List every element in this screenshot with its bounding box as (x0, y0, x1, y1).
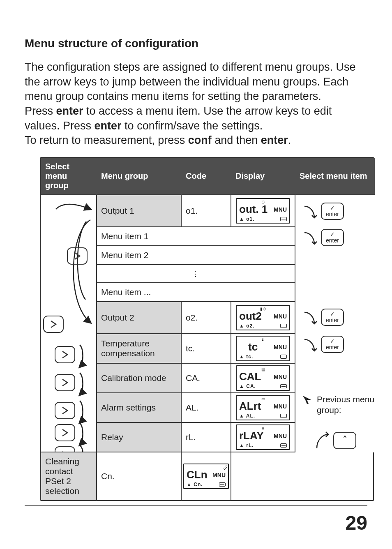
keyboard-icon (280, 355, 287, 359)
keyboard-icon (219, 482, 226, 487)
menu-group-output1: Output 1 (97, 195, 182, 227)
menu-group-al: Alarm settings (97, 393, 182, 423)
p3-part-b: and then (212, 134, 261, 146)
keyboard-icon (280, 217, 287, 221)
menu-group-ca: Calibration mode (97, 364, 182, 393)
svg-rect-3 (55, 374, 75, 391)
code-ca: CA. (182, 364, 231, 393)
svg-rect-4 (55, 402, 75, 419)
up-arrow-key[interactable]: ˄ (333, 432, 356, 449)
disp-bl: ▲ rL. (239, 443, 254, 448)
paragraph-intro: The configuration steps are assigned to … (25, 60, 370, 104)
curve-arrow-icon (301, 309, 318, 325)
bold-enter-1: enter (56, 105, 83, 117)
code-rl: rL. (182, 423, 231, 452)
disp-main: out. 1 (239, 203, 267, 216)
keyboard-icon (280, 384, 287, 388)
p2-part-c: to confirm/save the settings. (122, 120, 263, 132)
doc-icon: ▤ (261, 367, 265, 371)
keyboard-icon (280, 414, 287, 418)
disp-side: MNU (212, 472, 226, 478)
menu-group-cn: Cleaning contact PSet 2 selection (41, 452, 97, 500)
code-o1: o1. (182, 195, 231, 227)
enter-step-3: enter (301, 309, 344, 326)
svg-rect-5 (55, 424, 75, 441)
disp-bl: ▲ AL. (239, 413, 255, 419)
paragraph-enter: Press enter to access a menu item. Use t… (25, 104, 370, 133)
menu-item-1: Menu item 1 (97, 227, 295, 246)
enter-key-label: enter (322, 211, 343, 217)
p3-part-c: . (288, 134, 291, 146)
footer-rule (25, 505, 367, 506)
menu-group-output2: Output 2 (97, 302, 182, 334)
display-o2: ▮⊙ out2 MNU ▲ o2. (231, 302, 295, 334)
p2-part-a: Press (25, 105, 56, 117)
bold-enter-3: enter (261, 134, 288, 146)
menu-table: Select menu group Menu group Code Displa… (40, 157, 374, 501)
code-cn: Cn. (97, 452, 182, 500)
menu-item-ellipsis: ⋮ (97, 265, 295, 283)
therm-icon: 🌡 (261, 337, 265, 342)
previous-menu-key: ˄ (314, 431, 356, 450)
display-ca: ▤ CAL MNU ▲ CA. (231, 364, 295, 393)
disp-side: MNU (274, 206, 287, 213)
menu-item-more: Menu item ... (97, 283, 295, 302)
code-al: AL. (182, 393, 231, 423)
enter-key[interactable]: enter (321, 309, 344, 326)
disp-main: rLAY (239, 429, 264, 442)
th-select-item: Select menu item (295, 158, 375, 195)
enter-step-2: enter (301, 229, 344, 246)
p3-part-a: To return to measurement, press (25, 134, 188, 146)
th-display: Display (231, 158, 295, 195)
paragraph-return: To return to measurement, press conf and… (25, 133, 370, 148)
enter-key[interactable]: enter (321, 229, 344, 246)
previous-menu-block: Previous menu group: (301, 394, 375, 416)
disp-main: CAL (239, 370, 261, 383)
disp-bl: ▲ o1. (239, 216, 255, 222)
th-select-group: Select menu group (41, 158, 97, 195)
enter-key-label: enter (322, 317, 343, 323)
keyboard-icon (280, 443, 287, 448)
svg-rect-1 (44, 316, 63, 332)
enter-key[interactable]: enter (321, 336, 344, 353)
disp-side: MNU (274, 344, 287, 351)
disp-main: out2 (239, 310, 262, 323)
disp-main: CLn (187, 468, 208, 481)
page-number: 29 (346, 512, 367, 534)
code-o2: o2. (182, 302, 231, 334)
svg-rect-2 (55, 346, 75, 363)
disp-side: MNU (274, 433, 287, 439)
enter-key-label: enter (322, 237, 343, 244)
disp-side: MNU (274, 403, 287, 410)
enter-key[interactable]: enter (321, 203, 344, 220)
display-o1: ⊙ out. 1 MNU ▲ o1. (231, 195, 295, 227)
enter-step-1: enter (301, 203, 344, 220)
select-item-column: enter enter enter (295, 195, 375, 452)
th-code: Code (182, 158, 231, 195)
disp-bl: ▲ CA. (239, 383, 256, 389)
section-heading: Menu structure of configuration (25, 37, 370, 50)
curve-arrow-icon (301, 229, 318, 246)
menu-item-2: Menu item 2 (97, 246, 295, 265)
bold-conf: conf (188, 134, 212, 146)
display-rl: ≡ rLAY MNU ▲ rL. (231, 423, 295, 452)
disp-main: tc (248, 341, 258, 353)
hatch-icon (222, 465, 227, 470)
code-tc: tc. (182, 334, 231, 364)
disp-bl: ▲ o2. (239, 323, 255, 329)
bold-enter-2: enter (95, 120, 122, 132)
display-cn: CLn MNU ▲ Cn. (182, 452, 231, 500)
disp-bl: ▲ Cn. (187, 482, 203, 487)
display-box-o1: ⊙ out. 1 MNU ▲ o1. (236, 198, 290, 224)
disp-side: MNU (274, 374, 287, 380)
enter-key-label: enter (322, 344, 343, 351)
curve-arrow-up-icon (314, 431, 330, 450)
display-tc: 🌡 tc MNU ▲ tc. (231, 334, 295, 364)
menu-group-tc: Temperature compensation (97, 334, 182, 364)
th-menu-group: Menu group (97, 158, 182, 195)
curve-arrow-icon (301, 203, 318, 219)
enter-step-4: enter (301, 336, 344, 353)
keyboard-icon (280, 324, 287, 328)
display-al: ▭ ALrt MNU ▲ AL. (231, 393, 295, 423)
disp-side: MNU (274, 313, 287, 320)
